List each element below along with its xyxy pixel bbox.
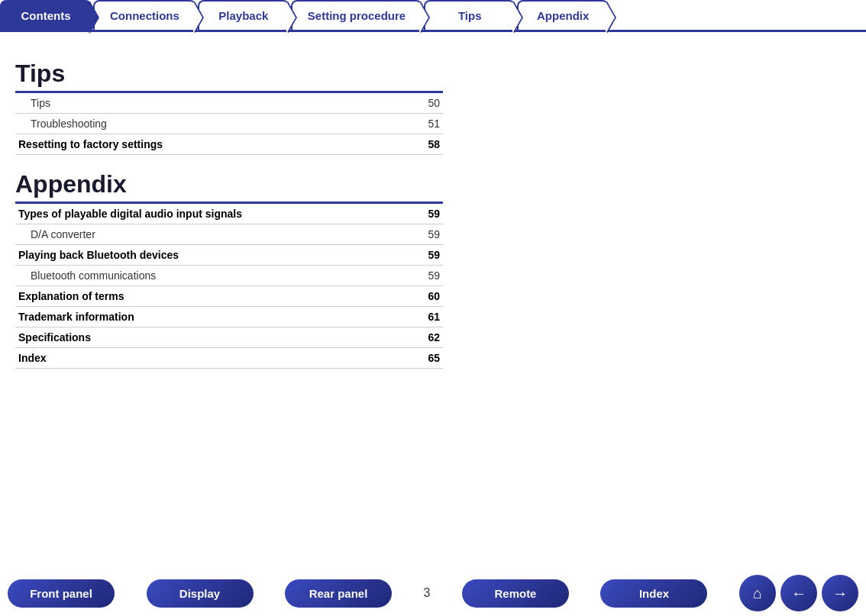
toc-item-page: 61 [412,307,443,327]
table-row: Types of playable digital audio input si… [15,203,443,224]
table-row: Tips 50 [15,92,443,114]
toc-item-page: 50 [412,92,443,114]
toc-item-label: Trademark information [15,307,412,327]
table-row: Explanation of terms 60 [15,286,443,307]
toc-item-label: Bluetooth communications [15,266,412,286]
tab-connections[interactable]: Connections [93,0,196,30]
toc-item-label: Resetting to factory settings [15,134,412,155]
tab-contents[interactable]: Contents [0,0,92,30]
toc-item-label: Playing back Bluetooth devices [15,245,412,266]
toc-item-page: 58 [412,134,443,155]
remote-button[interactable]: Remote [462,579,569,608]
toc-item-page: 59 [412,203,443,224]
toc-item-page: 59 [412,224,443,245]
tips-section-title: Tips [15,60,851,88]
tab-playback[interactable]: Playback [198,0,289,30]
toc-item-label: Troubleshooting [15,114,412,134]
toc-item-page: 65 [412,348,443,369]
tips-toc-table: Tips 50 Troubleshooting 51 Resetting to … [15,91,443,155]
table-row: Playing back Bluetooth devices 59 [15,245,443,266]
toc-item-page: 60 [412,286,443,307]
toc-item-label: Types of playable digital audio input si… [15,203,412,224]
table-row: Trademark information 61 [15,307,443,327]
toc-item-page: 51 [412,114,443,134]
nav-icon-group: ⌂ ← → [739,575,858,611]
table-row: Index 65 [15,348,443,369]
table-row: Bluetooth communications 59 [15,266,443,286]
appendix-toc-table: Types of playable digital audio input si… [15,202,443,369]
table-row: Resetting to factory settings 58 [15,134,443,155]
bottom-navigation: Front panel Display Rear panel 3 Remote … [0,570,866,616]
display-button[interactable]: Display [147,579,254,608]
forward-button[interactable]: → [822,575,858,611]
back-button[interactable]: ← [780,575,817,611]
table-row: D/A converter 59 [15,224,443,245]
tab-tips[interactable]: Tips [424,0,515,30]
home-icon: ⌂ [753,585,762,602]
tab-setting-procedure[interactable]: Setting procedure [291,0,422,30]
toc-item-label: D/A converter [15,224,412,245]
appendix-section-title: Appendix [15,170,851,198]
index-button[interactable]: Index [600,579,707,608]
toc-item-label: Tips [15,92,412,114]
toc-item-label: Explanation of terms [15,286,412,307]
toc-item-page: 62 [412,327,443,348]
back-icon: ← [791,585,806,602]
front-panel-button[interactable]: Front panel [8,579,115,608]
toc-item-page: 59 [412,266,443,286]
page-number: 3 [424,586,431,600]
tab-navigation: Contents Connections Playback Setting pr… [0,0,866,32]
toc-item-page: 59 [412,245,443,266]
toc-item-label: Index [15,348,412,369]
forward-icon: → [832,585,848,602]
home-button[interactable]: ⌂ [739,575,776,611]
table-row: Specifications 62 [15,327,443,348]
main-content: Tips Tips 50 Troubleshooting 51 Resettin… [0,32,866,445]
tab-appendix[interactable]: Appendix [517,0,609,30]
table-row: Troubleshooting 51 [15,114,443,134]
rear-panel-button[interactable]: Rear panel [285,579,392,608]
toc-item-label: Specifications [15,327,412,348]
